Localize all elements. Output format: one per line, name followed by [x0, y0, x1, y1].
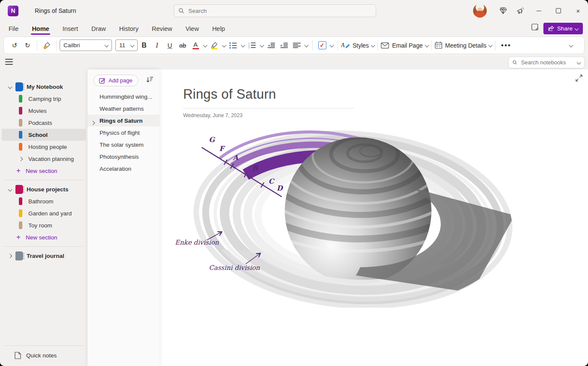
numbered-list-dropdown[interactable] — [259, 39, 265, 52]
section-toy-room[interactable]: Toy room — [2, 219, 86, 231]
page-item[interactable]: Photosynthesis — [87, 151, 160, 163]
chevron-down-icon — [8, 85, 12, 89]
menu-history[interactable]: History — [118, 24, 139, 34]
alignment-button[interactable] — [290, 39, 303, 52]
strikethrough-button[interactable]: ab — [176, 39, 189, 52]
maximize-button[interactable] — [549, 0, 568, 21]
highlighter-button[interactable] — [208, 39, 221, 52]
section-group-vacation-planning[interactable]: Vacation planning — [2, 153, 86, 165]
plus-icon: + — [16, 166, 21, 175]
increase-indent-button[interactable] — [277, 39, 290, 52]
pages-panel: Add page Hummingbird wing... Weather pat… — [87, 70, 160, 366]
menu-insert[interactable]: Insert — [62, 24, 79, 34]
page-item-selected[interactable]: Rings of Saturn — [87, 115, 160, 127]
notebook-icon — [15, 251, 23, 260]
page-item[interactable]: Weather patterns — [87, 103, 160, 115]
section-color-tab — [19, 209, 22, 217]
more-commands-button[interactable]: ••• — [501, 41, 511, 50]
chevron-down-icon — [577, 60, 581, 65]
onenote-window: N Rings of Saturn × File Home Insert D — [0, 0, 588, 366]
sticky-notes-icon[interactable] — [530, 24, 538, 33]
account-avatar[interactable] — [473, 4, 487, 18]
undo-button[interactable]: ↺ — [8, 39, 21, 52]
bullet-list-dropdown[interactable] — [240, 39, 246, 52]
section-hosting-people[interactable]: Hosting people — [2, 141, 86, 153]
saturn-figure[interactable]: G F A B C D Enke division Cassini divisi… — [169, 127, 515, 308]
page-item[interactable]: Physics of flight — [87, 127, 160, 139]
hamburger-menu-icon[interactable] — [5, 59, 13, 65]
section-color-tab — [19, 131, 22, 139]
new-section-button[interactable]: + New section — [0, 165, 87, 177]
page-item[interactable]: The solar system — [87, 139, 160, 151]
page-item[interactable]: Hummingbird wing... — [87, 91, 160, 103]
ribbon-collapse-chevron[interactable] — [564, 39, 577, 52]
page-item[interactable]: Accelaration — [87, 163, 160, 175]
notebook-my-notebook[interactable]: My Notebook — [0, 81, 87, 93]
section-color-tab — [19, 143, 22, 151]
chevron-right-icon — [8, 254, 12, 258]
section-bathroom[interactable]: Bathroom — [2, 195, 86, 207]
onenote-logo: N — [8, 6, 18, 16]
expand-page-icon[interactable] — [576, 75, 582, 83]
page-title[interactable]: Rings of Saturn — [183, 87, 355, 102]
window-title: Rings of Saturn — [35, 7, 76, 14]
alignment-dropdown[interactable] — [303, 39, 309, 52]
feedback-megaphone-icon[interactable] — [512, 2, 529, 19]
menubar: File Home Insert Draw History Review Vie… — [0, 21, 588, 36]
bold-button[interactable]: B — [138, 39, 151, 52]
global-search-input[interactable] — [187, 7, 371, 15]
email-page-button[interactable]: Email Page — [381, 39, 428, 52]
close-button[interactable]: × — [568, 0, 588, 21]
ring-label-f: F — [219, 145, 226, 153]
notebook-search-input[interactable] — [520, 59, 577, 66]
notebook-icon — [15, 82, 23, 91]
todo-tag-dropdown[interactable] — [329, 39, 335, 52]
page-canvas[interactable]: Rings of Saturn Wednesday, June 7, 2023 — [160, 70, 588, 366]
italic-button[interactable]: I — [151, 39, 163, 52]
premium-diamond-icon[interactable] — [495, 2, 512, 19]
section-school[interactable]: School — [2, 129, 86, 141]
ribbon-toolbar: ↺ ↻ Cailbri 11 B I U ab A 123 — [3, 36, 585, 54]
font-color-button[interactable]: A — [189, 39, 202, 52]
sort-pages-icon[interactable] — [146, 76, 154, 85]
new-section-button[interactable]: + New section — [0, 231, 87, 243]
redo-button[interactable]: ↻ — [21, 39, 34, 52]
highlighter-dropdown[interactable] — [221, 39, 227, 52]
global-search[interactable] — [174, 4, 376, 17]
svg-text:3: 3 — [248, 46, 250, 48]
section-podcasts[interactable]: Podcasts — [2, 117, 86, 129]
title-divider — [183, 108, 355, 109]
menu-view[interactable]: View — [184, 24, 199, 34]
menu-help[interactable]: Help — [211, 24, 226, 34]
section-camping-trip[interactable]: Camping trip — [2, 93, 86, 105]
quick-notes-button[interactable]: Quick notes — [0, 349, 87, 362]
menu-home[interactable]: Home — [31, 24, 50, 34]
todo-tag-button[interactable]: ✓ — [316, 39, 329, 52]
section-color-tab — [19, 107, 22, 115]
enke-division-label: Enke division — [175, 239, 219, 246]
search-icon — [178, 8, 184, 14]
menu-file[interactable]: File — [8, 24, 19, 34]
styles-pen-icon: A — [341, 42, 350, 49]
minimize-button[interactable] — [529, 0, 549, 21]
numbered-list-button[interactable]: 123 — [246, 39, 259, 52]
menu-draw[interactable]: Draw — [90, 24, 107, 34]
add-page-button[interactable]: Add page — [93, 75, 138, 86]
decrease-indent-button[interactable] — [265, 39, 277, 52]
notebook-search[interactable] — [508, 57, 585, 68]
menu-review[interactable]: Review — [151, 24, 173, 34]
meeting-details-button[interactable]: Meeting Details — [435, 39, 492, 52]
share-button[interactable]: Share — [543, 23, 583, 34]
font-color-dropdown[interactable] — [202, 39, 208, 52]
font-name-select[interactable]: Cailbri — [60, 39, 112, 51]
ring-label-d: D — [277, 184, 283, 192]
notebook-travel-journal[interactable]: Travel journal — [0, 250, 87, 262]
notebook-house-projects[interactable]: House projects — [0, 183, 87, 195]
bullet-list-button[interactable] — [227, 39, 240, 52]
styles-button[interactable]: A Styles — [341, 39, 374, 52]
format-painter-icon[interactable] — [40, 39, 53, 52]
section-movies[interactable]: Movies — [2, 105, 86, 117]
section-garden-and-yard[interactable]: Garden and yard — [2, 207, 86, 219]
underline-button[interactable]: U — [163, 39, 176, 52]
font-size-select[interactable]: 11 — [115, 39, 138, 51]
